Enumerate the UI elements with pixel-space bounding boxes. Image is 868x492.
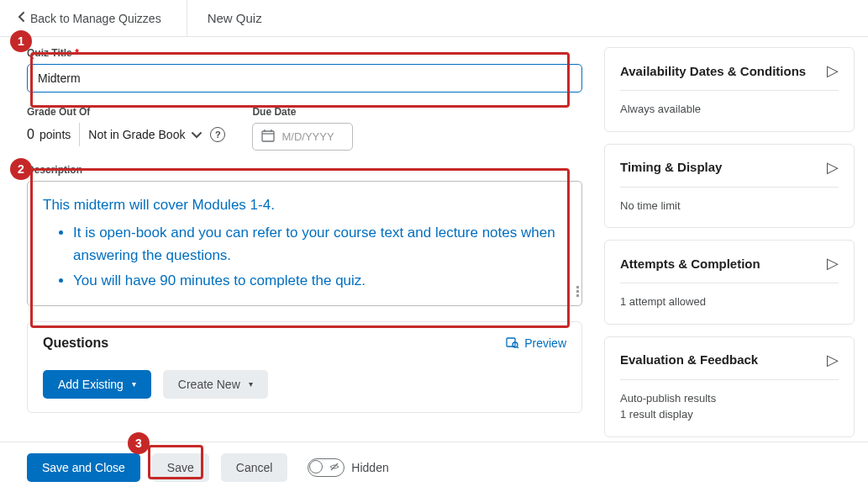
due-date-label: Due Date bbox=[252, 106, 353, 118]
description-intro: This midterm will cover Modules 1-4. bbox=[43, 193, 566, 216]
panel-header-timing[interactable]: Timing & Display ▷ bbox=[620, 158, 839, 188]
page-header: Back to Manage Quizzes New Quiz bbox=[0, 0, 868, 37]
side-column: Availability Dates & Conditions ▷ Always… bbox=[596, 37, 868, 442]
questions-panel: Questions Preview Add Existing ▾ Create … bbox=[27, 321, 582, 413]
panel-evaluation: Evaluation & Feedback ▷ Auto-publish res… bbox=[604, 336, 855, 437]
panel-header-availability[interactable]: Availability Dates & Conditions ▷ bbox=[620, 61, 839, 91]
panel-body: Auto-publish results 1 result display bbox=[620, 390, 839, 423]
add-existing-button[interactable]: Add Existing ▾ bbox=[43, 370, 151, 399]
calendar-icon bbox=[261, 129, 275, 145]
resize-handle[interactable] bbox=[576, 286, 580, 299]
main-form: Quiz Title * Grade Out Of 0 points Not i… bbox=[0, 37, 596, 442]
quiz-title-group: Quiz Title * bbox=[27, 47, 582, 93]
description-bullet: It is open-book and you can refer to you… bbox=[73, 221, 566, 267]
panel-body: 1 attempt allowed bbox=[620, 294, 839, 310]
back-link-label: Back to Manage Quizzes bbox=[30, 12, 161, 25]
chevron-down-icon: ▾ bbox=[249, 379, 253, 389]
chevron-right-icon: ▷ bbox=[827, 61, 839, 80]
visibility-toggle-wrap: Hidden bbox=[308, 458, 388, 477]
due-date-group: Due Date M/D/YYYY bbox=[252, 106, 353, 151]
grade-group: Grade Out Of 0 points Not in Grade Book … bbox=[27, 106, 225, 146]
back-link[interactable]: Back to Manage Quizzes bbox=[17, 0, 187, 36]
chevron-right-icon: ▷ bbox=[827, 254, 839, 272]
chevron-down-icon bbox=[192, 128, 202, 141]
chevron-down-icon: ▾ bbox=[132, 379, 136, 389]
footer-bar: Save and Close Save Cancel Hidden bbox=[0, 442, 868, 492]
panel-timing: Timing & Display ▷ No time limit bbox=[604, 144, 855, 229]
help-icon[interactable]: ? bbox=[210, 127, 225, 142]
panel-body: No time limit bbox=[620, 198, 839, 214]
page-title: New Quiz bbox=[187, 11, 262, 25]
quiz-title-label: Quiz Title * bbox=[27, 47, 582, 59]
description-bullet: You will have 90 minutes to complete the… bbox=[73, 269, 566, 292]
panel-header-attempts[interactable]: Attempts & Completion ▷ bbox=[620, 254, 839, 283]
description-editor[interactable]: This midterm will cover Modules 1-4. It … bbox=[27, 181, 582, 306]
grade-points: 0 points bbox=[27, 127, 71, 142]
svg-line-6 bbox=[517, 347, 518, 348]
chevron-left-icon bbox=[17, 11, 25, 26]
panel-availability: Availability Dates & Conditions ▷ Always… bbox=[604, 47, 855, 132]
create-new-button[interactable]: Create New ▾ bbox=[163, 370, 268, 399]
description-label: Description bbox=[27, 164, 582, 176]
cancel-button[interactable]: Cancel bbox=[221, 453, 288, 482]
grade-label: Grade Out Of bbox=[27, 106, 225, 118]
panel-body: Always available bbox=[620, 101, 839, 118]
grade-book-dropdown[interactable]: Not in Grade Book bbox=[88, 128, 202, 141]
quiz-title-input[interactable] bbox=[27, 64, 582, 93]
preview-icon bbox=[506, 336, 519, 352]
visibility-label: Hidden bbox=[351, 461, 388, 474]
questions-heading: Questions bbox=[43, 336, 108, 351]
description-list: It is open-book and you can refer to you… bbox=[43, 221, 566, 292]
chevron-right-icon: ▷ bbox=[827, 158, 839, 177]
preview-link[interactable]: Preview bbox=[506, 336, 566, 352]
panel-attempts: Attempts & Completion ▷ 1 attempt allowe… bbox=[604, 240, 855, 325]
due-date-placeholder: M/D/YYYY bbox=[281, 130, 334, 143]
save-button[interactable]: Save bbox=[152, 453, 209, 482]
hidden-icon bbox=[329, 462, 339, 473]
description-group: Description This midterm will cover Modu… bbox=[27, 164, 582, 306]
panel-header-evaluation[interactable]: Evaluation & Feedback ▷ bbox=[620, 351, 839, 380]
svg-line-7 bbox=[331, 463, 338, 470]
due-date-input[interactable]: M/D/YYYY bbox=[252, 123, 353, 151]
visibility-toggle[interactable] bbox=[308, 458, 345, 477]
save-and-close-button[interactable]: Save and Close bbox=[27, 453, 140, 482]
svg-rect-0 bbox=[262, 131, 274, 141]
chevron-right-icon: ▷ bbox=[827, 351, 839, 369]
divider bbox=[79, 123, 80, 146]
